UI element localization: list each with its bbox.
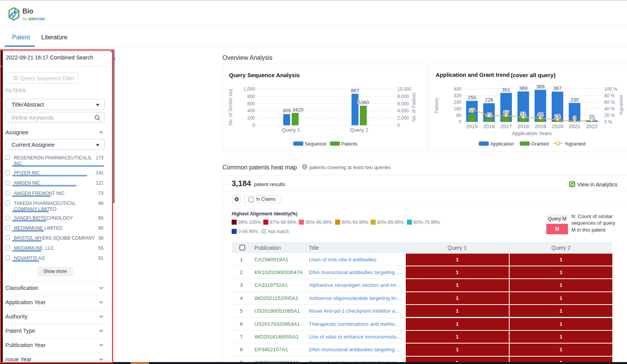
svg-text:2017: 2017 [500,124,512,129]
svg-text:867: 867 [351,88,359,93]
svg-text:2019: 2019 [534,124,546,129]
svg-text:2018: 2018 [517,124,529,129]
svg-text:200: 200 [247,115,255,121]
svg-text:10,000: 10,000 [397,86,412,92]
svg-text:0: 0 [252,123,255,128]
svg-text:Application: Application [490,141,514,147]
svg-text:255: 255 [468,95,476,100]
svg-text:Patents: Patents [434,98,439,113]
svg-text:No. of Patents: No. of Patents [411,92,417,122]
svg-text:Query 1: Query 1 [281,127,300,133]
svg-text:2015: 2015 [466,124,478,129]
svg-text:160: 160 [453,106,461,112]
svg-text:389: 389 [536,84,544,90]
svg-text:100 %: 100 % [604,86,617,92]
svg-text:%granted: %granted [619,95,624,115]
svg-text:600: 600 [247,101,255,107]
svg-text:400: 400 [453,86,461,92]
svg-text:40 %: 40 % [604,106,615,112]
svg-text:367: 367 [553,85,562,91]
svg-text:5360: 5360 [358,100,369,105]
svg-text:0: 0 [397,123,400,128]
svg-text:80 %: 80 % [604,93,615,98]
svg-text:20 %: 20 % [604,113,615,118]
svg-text:400: 400 [247,108,255,113]
svg-text:320: 320 [453,93,461,98]
svg-text:226: 226 [485,97,493,103]
svg-text:2,000: 2,000 [397,115,409,121]
svg-text:2022: 2022 [586,124,597,129]
svg-text:369: 369 [519,85,527,91]
svg-text:8,000: 8,000 [397,94,409,99]
svg-text:4,000: 4,000 [397,108,409,113]
svg-text:3420: 3420 [292,107,303,113]
svg-text:2020: 2020 [551,124,563,129]
svg-text:6,000: 6,000 [397,101,409,107]
svg-text:Sequence: Sequence [305,141,326,147]
svg-text:Granted: Granted [531,141,549,147]
svg-text:60 %: 60 % [604,100,615,105]
svg-text:309: 309 [283,108,291,113]
svg-text:Patents: Patents [341,141,358,147]
svg-text:Query 2: Query 2 [350,127,368,133]
svg-text:230: 230 [570,97,579,103]
svg-text:800: 800 [247,94,255,99]
svg-text:44: 44 [537,112,543,117]
svg-text:1,000: 1,000 [243,86,255,92]
svg-text:2016: 2016 [483,124,495,129]
svg-text:240: 240 [453,100,461,105]
svg-text:No. of Similar seq: No. of Similar seq [228,89,233,125]
svg-text:Application Years: Application Years [512,130,552,136]
svg-text:2021: 2021 [569,124,580,129]
svg-text:80: 80 [456,113,461,118]
svg-text:351: 351 [502,87,510,93]
svg-text:0: 0 [459,119,461,125]
svg-text:0 %: 0 % [604,119,612,125]
svg-text:%granted: %granted [565,141,586,147]
